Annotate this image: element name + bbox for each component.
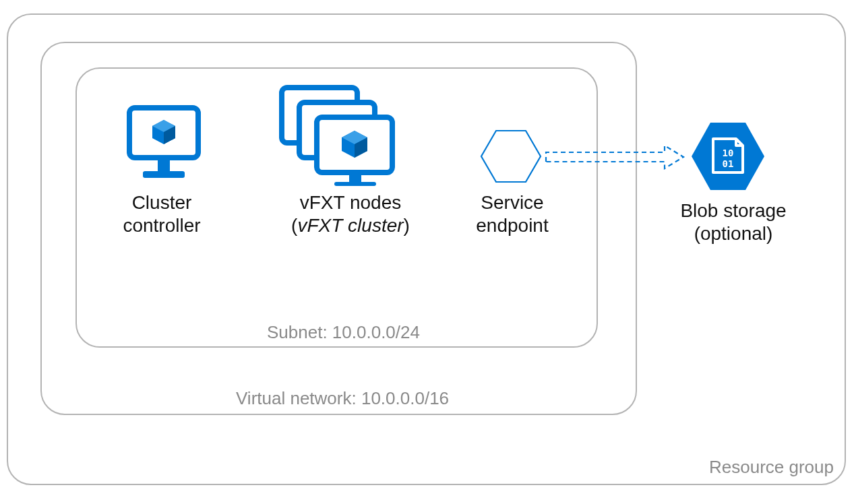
blob-storage-icon: 10 01: [688, 120, 768, 195]
svg-text:01: 01: [723, 158, 734, 169]
vnet-label: Virtual network: 10.0.0.0/16: [236, 388, 449, 409]
service-endpoint-icon: [479, 128, 543, 187]
svg-text:10: 10: [723, 148, 734, 158]
blob-storage-line1: Blob storage: [680, 200, 786, 221]
subnet-label: Subnet: 10.0.0.0/24: [267, 322, 420, 343]
cluster-controller-label: Cluster controller: [94, 191, 229, 237]
vfxt-nodes-line2-close: ): [404, 215, 410, 236]
cluster-controller-label-line1: Cluster: [132, 192, 192, 213]
vfxt-nodes-line1: vFXT nodes: [300, 192, 401, 213]
service-endpoint-line2: endpoint: [476, 215, 548, 236]
svg-marker-14: [481, 131, 541, 182]
svg-rect-2: [143, 171, 185, 178]
vfxt-nodes-line2-italic: vFXT cluster: [297, 215, 403, 236]
service-endpoint-label: Service endpoint: [452, 191, 573, 237]
resource-group-label: Resource group: [709, 457, 834, 478]
blob-storage-line2: (optional): [694, 223, 773, 244]
blob-storage-label: Blob storage (optional): [673, 199, 794, 245]
svg-rect-13: [334, 182, 376, 186]
connector-arrow: [543, 143, 688, 177]
vfxt-nodes-label: vFXT nodes (vFXT cluster): [276, 191, 425, 237]
cluster-controller-icon: [120, 104, 208, 187]
svg-rect-1: [158, 160, 170, 171]
service-endpoint-line1: Service: [481, 192, 543, 213]
cluster-controller-label-line2: controller: [123, 215, 200, 236]
vfxt-nodes-icon: [276, 85, 404, 189]
